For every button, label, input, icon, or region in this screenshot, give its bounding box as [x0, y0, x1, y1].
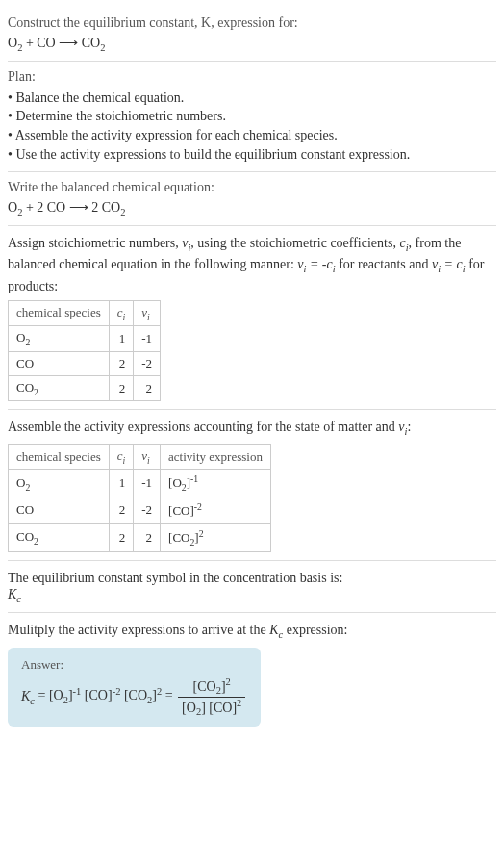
- plan-item: Balance the chemical equation.: [8, 89, 496, 108]
- multiply-desc: Mulitply the activity expressions to arr…: [8, 621, 496, 642]
- symbol-desc: The equilibrium constant symbol in the c…: [8, 569, 496, 588]
- table-row: CO 2 -2 [CO]-2: [9, 497, 271, 523]
- cell-species: O2: [9, 326, 110, 352]
- answer-box: Answer: Kc = [O2]-1 [CO]-2 [CO2]2 = [CO2…: [8, 648, 261, 727]
- plan-item: Use the activity expressions to build th…: [8, 145, 496, 165]
- cell-species: CO2: [9, 523, 110, 551]
- answer-equation: Kc = [O2]-1 [CO]-2 [CO2]2 = [CO2]2 [O2] …: [21, 676, 247, 717]
- header-ci: ci: [109, 444, 134, 470]
- cell-ci: 2: [109, 351, 134, 375]
- header-activity: activity expression: [161, 444, 271, 470]
- table-row: CO 2 -2: [9, 351, 161, 375]
- table-row: CO2 2 2 [CO2]2: [9, 523, 271, 551]
- activity-table: chemical species ci νi activity expressi…: [8, 444, 271, 552]
- symbol-value: Kc: [8, 587, 496, 604]
- cell-ci: 1: [109, 326, 134, 352]
- plan-item: Assemble the activity expression for eac…: [8, 126, 496, 145]
- plan-title: Plan:: [8, 69, 496, 85]
- answer-label: Answer:: [21, 657, 247, 673]
- header-species: chemical species: [9, 300, 110, 326]
- cell-vi: -1: [134, 326, 161, 352]
- intro-title: Construct the equilibrium constant, K, e…: [8, 15, 496, 31]
- header-vi: νi: [134, 444, 161, 470]
- table-row: O2 1 -1: [9, 326, 161, 352]
- table-row: CO2 2 2: [9, 375, 161, 401]
- stoich-desc: Assign stoichiometric numbers, νi, using…: [8, 234, 496, 296]
- cell-activity: [CO]-2: [161, 497, 271, 523]
- header-ci: ci: [109, 300, 134, 326]
- table-row: O2 1 -1 [O2]-1: [9, 470, 271, 497]
- intro-section: Construct the equilibrium constant, K, e…: [8, 8, 496, 62]
- header-species: chemical species: [9, 444, 110, 470]
- intro-equation: O2 + CO ⟶ CO2: [8, 35, 496, 53]
- table-header-row: chemical species ci νi activity expressi…: [9, 444, 271, 470]
- plan-item: Determine the stoichiometric numbers.: [8, 107, 496, 126]
- balanced-title: Write the balanced chemical equation:: [8, 180, 496, 195]
- symbol-section: The equilibrium constant symbol in the c…: [8, 561, 496, 613]
- header-vi: νi: [134, 300, 161, 326]
- stoich-section: Assign stoichiometric numbers, νi, using…: [8, 226, 496, 410]
- cell-vi: -1: [134, 470, 161, 497]
- table-header-row: chemical species ci νi: [9, 300, 161, 326]
- activity-section: Assemble the activity expressions accoun…: [8, 410, 496, 560]
- cell-ci: 2: [109, 523, 134, 551]
- cell-vi: 2: [134, 375, 161, 401]
- cell-ci: 2: [109, 375, 134, 401]
- cell-species: CO2: [9, 375, 110, 401]
- cell-ci: 1: [109, 470, 134, 497]
- balanced-section: Write the balanced chemical equation: O2…: [8, 172, 496, 226]
- cell-species: CO: [9, 351, 110, 375]
- activity-desc: Assemble the activity expressions accoun…: [8, 418, 496, 439]
- cell-species: CO: [9, 497, 110, 523]
- intro-title-text: Construct the equilibrium constant, K, e…: [8, 15, 298, 30]
- cell-ci: 2: [109, 497, 134, 523]
- cell-species: O2: [9, 470, 110, 497]
- plan-section: Plan: Balance the chemical equation. Det…: [8, 62, 496, 172]
- cell-vi: -2: [134, 497, 161, 523]
- cell-vi: -2: [134, 351, 161, 375]
- multiply-section: Mulitply the activity expressions to arr…: [8, 613, 496, 734]
- cell-activity: [O2]-1: [161, 470, 271, 497]
- stoich-table: chemical species ci νi O2 1 -1 CO 2 -2 C…: [8, 300, 161, 402]
- plan-list: Balance the chemical equation. Determine…: [8, 89, 496, 164]
- cell-vi: 2: [134, 523, 161, 551]
- balanced-equation: O2 + 2 CO ⟶ 2 CO2: [8, 199, 496, 217]
- cell-activity: [CO2]2: [161, 523, 271, 551]
